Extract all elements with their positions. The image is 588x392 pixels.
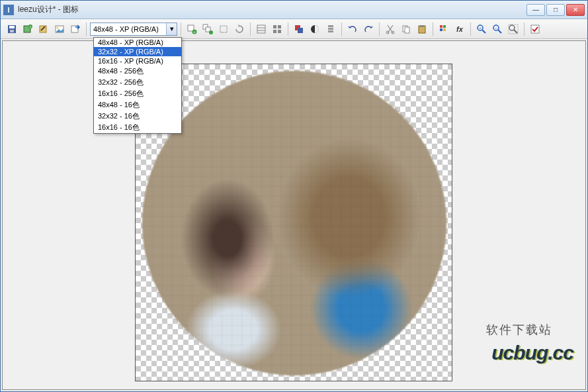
stack-button[interactable] bbox=[323, 22, 338, 36]
svg-rect-38 bbox=[440, 28, 442, 31]
close-button[interactable]: ✕ bbox=[566, 4, 585, 16]
canvas-scroll-area[interactable]: 软件下载站 ucbug.cc bbox=[2, 40, 586, 390]
dropdown-option[interactable]: 48x48 - 16色 bbox=[94, 99, 181, 111]
svg-point-47 bbox=[509, 25, 515, 30]
svg-rect-2 bbox=[10, 30, 14, 32]
svg-rect-16 bbox=[220, 26, 227, 32]
toolbar-separator bbox=[524, 23, 525, 36]
contrast-button[interactable] bbox=[308, 22, 322, 36]
svg-rect-35 bbox=[420, 25, 424, 27]
svg-rect-17 bbox=[257, 25, 265, 33]
svg-text:fx: fx bbox=[456, 25, 464, 33]
svg-rect-33 bbox=[405, 27, 409, 33]
size-format-dropdown[interactable]: 48x48 - XP (RGB/A) ▾ bbox=[90, 23, 177, 36]
svg-rect-39 bbox=[443, 28, 446, 31]
svg-rect-29 bbox=[328, 30, 333, 32]
undo-button[interactable] bbox=[345, 22, 360, 36]
toolbar-separator bbox=[288, 23, 288, 36]
svg-text:−: − bbox=[495, 26, 497, 30]
svg-point-15 bbox=[209, 30, 213, 34]
svg-line-42 bbox=[482, 30, 485, 33]
titlebar: I leezu设计* - 图标 — □ ✕ bbox=[1, 1, 587, 19]
window-title: leezu设计* - 图标 bbox=[18, 4, 526, 15]
svg-line-45 bbox=[498, 30, 501, 33]
zoom-out-button[interactable]: − bbox=[490, 22, 505, 36]
add-layer-button[interactable]: + bbox=[185, 22, 199, 36]
redo-button[interactable] bbox=[361, 22, 376, 36]
color-palette-button[interactable] bbox=[437, 22, 451, 36]
edit-image-button[interactable] bbox=[36, 22, 51, 36]
app-window: I leezu设计* - 图标 — □ ✕ + 48x48 - XP (RGB/… bbox=[0, 0, 588, 392]
window-controls: — □ ✕ bbox=[526, 4, 585, 16]
save-button[interactable] bbox=[5, 22, 19, 36]
svg-rect-22 bbox=[273, 30, 276, 33]
svg-point-8 bbox=[57, 26, 59, 28]
toolbar-separator bbox=[341, 23, 342, 36]
dropdown-option[interactable]: 16x16 - XP (RGB/A) bbox=[94, 56, 181, 66]
effects-button[interactable]: fx bbox=[452, 22, 467, 36]
icon-image-content bbox=[136, 64, 452, 381]
svg-rect-36 bbox=[440, 25, 442, 28]
svg-text:+: + bbox=[193, 30, 196, 34]
toolbar-separator bbox=[433, 23, 433, 36]
dropdown-option[interactable]: 48x48 - XP (RGB/A) bbox=[94, 38, 181, 47]
svg-rect-20 bbox=[273, 25, 276, 28]
dropdown-option[interactable]: 16x16 - 16色 bbox=[94, 122, 181, 133]
dropdown-option[interactable]: 32x32 - 16色 bbox=[94, 111, 181, 122]
add-multi-button[interactable] bbox=[200, 22, 215, 36]
svg-line-48 bbox=[514, 30, 517, 33]
svg-rect-21 bbox=[278, 25, 281, 28]
grid-view-button[interactable] bbox=[270, 22, 284, 36]
maximize-button[interactable]: □ bbox=[546, 4, 565, 16]
toolbar: + 48x48 - XP (RGB/A) ▾ + fx + − bbox=[1, 19, 587, 39]
svg-rect-28 bbox=[328, 28, 333, 30]
dropdown-option[interactable]: 16x16 - 256色 bbox=[94, 88, 181, 99]
svg-rect-50 bbox=[531, 25, 539, 33]
toolbar-separator bbox=[86, 23, 87, 36]
svg-text:+: + bbox=[30, 24, 32, 28]
zoom-in-button[interactable]: + bbox=[474, 22, 489, 36]
svg-rect-27 bbox=[328, 25, 333, 27]
canvas-checkerboard bbox=[135, 64, 452, 381]
paste-button[interactable] bbox=[415, 22, 429, 36]
new-image-button[interactable]: + bbox=[21, 22, 35, 36]
pixelated-circle-image bbox=[142, 71, 446, 375]
svg-rect-37 bbox=[443, 25, 446, 28]
svg-rect-1 bbox=[9, 26, 15, 28]
svg-text:+: + bbox=[479, 26, 482, 30]
svg-rect-23 bbox=[278, 30, 281, 33]
dropdown-option[interactable]: 48x48 - 256色 bbox=[94, 66, 181, 77]
dropdown-option[interactable]: 32x32 - 256色 bbox=[94, 77, 181, 88]
svg-rect-25 bbox=[298, 28, 303, 33]
watermark-text-2: ucbug.cc bbox=[491, 342, 573, 364]
dropdown-selected-value: 48x48 - XP (RGB/A) bbox=[93, 25, 159, 33]
app-icon: I bbox=[3, 5, 14, 15]
toolbar-separator bbox=[250, 23, 251, 36]
copy-button[interactable] bbox=[399, 22, 413, 36]
toolbar-separator bbox=[470, 23, 471, 36]
toolbar-separator bbox=[379, 23, 380, 36]
chevron-down-icon: ▾ bbox=[166, 23, 177, 35]
check-button[interactable] bbox=[528, 22, 542, 36]
dropdown-option[interactable]: 32x32 - XP (RGB/A) bbox=[94, 47, 181, 56]
size-format-dropdown-list: 48x48 - XP (RGB/A)32x32 - XP (RGB/A)16x1… bbox=[93, 37, 182, 134]
picture-button[interactable] bbox=[52, 22, 67, 36]
import-button[interactable] bbox=[68, 22, 83, 36]
rotate-button[interactable] bbox=[232, 22, 247, 36]
overlay-red-button[interactable] bbox=[292, 22, 306, 36]
crop-button[interactable] bbox=[216, 22, 231, 36]
minimize-button[interactable]: — bbox=[526, 4, 545, 16]
grid-details-button[interactable] bbox=[254, 22, 269, 36]
cut-button[interactable] bbox=[383, 22, 398, 36]
watermark-text-1: 软件下载站 bbox=[486, 322, 552, 338]
toolbar-separator bbox=[181, 23, 181, 36]
zoom-fit-button[interactable] bbox=[506, 22, 521, 36]
